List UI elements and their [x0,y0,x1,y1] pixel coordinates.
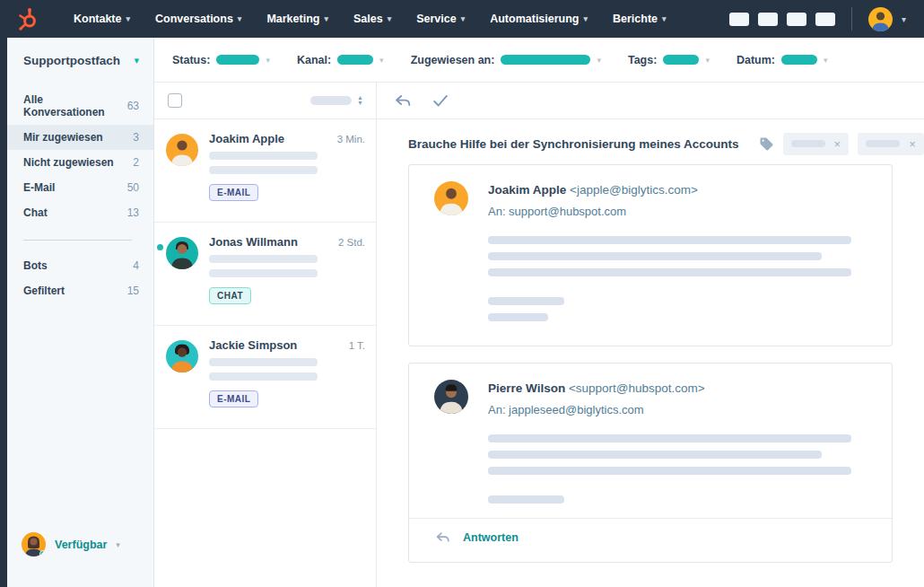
availability-control[interactable]: Verfügbar ▾ [22,532,120,556]
filter-datum[interactable]: Datum: ▾ [737,54,828,66]
close-icon[interactable]: × [909,138,916,150]
filter-value-pill [781,55,817,65]
filter-tags[interactable]: Tags: ▾ [628,54,710,66]
mark-done-check-icon[interactable] [431,91,450,110]
sidebar-item-alle-konversationen[interactable]: Alle Konversationen 63 [7,87,153,125]
contact-name: Joakim Apple [209,132,284,145]
nav-item-sales[interactable]: Sales▾ [344,7,400,31]
tag-placeholder-bar [866,140,900,147]
sidebar-item-count: 3 [133,131,139,144]
nav-divider [851,7,852,31]
nav-tool-icon[interactable] [787,13,806,26]
tag-chip[interactable]: × [858,133,924,155]
nav-item-label: Service [416,13,456,25]
message-card-pierre: Pierre Wilson <support@hubspot.com> An: … [408,363,893,563]
agent-avatar [22,532,46,556]
reply-icon [434,529,451,546]
nav-utilities: ▾ [729,7,906,31]
nav-menu: Kontakte▾ Conversations▾ Marketing▾ Sale… [65,7,676,31]
body-placeholder-bar [488,495,564,504]
sender-name: Pierre Wilson [488,381,565,395]
reply-bar[interactable]: Antworten [409,518,892,546]
conversation-item-jackie[interactable]: Jackie Simpson 1 T. E-MAIL [154,326,376,429]
nav-tool-icon[interactable] [729,13,749,26]
nav-item-kontakte[interactable]: Kontakte▾ [65,7,139,31]
close-icon[interactable]: × [834,138,841,150]
thread-subject: Brauche Hilfe bei der Synchronisierung m… [408,137,739,151]
chevron-down-icon: ▾ [388,15,392,23]
sidebar-item-label: Alle Konversationen [23,93,127,118]
hubspot-logo-icon[interactable] [14,5,41,32]
reply-icon[interactable] [393,91,413,110]
nav-tool-icon[interactable] [815,13,835,26]
reply-button[interactable]: Antworten [463,531,519,544]
tag-icon [759,136,774,152]
nav-item-conversations[interactable]: Conversations▾ [146,7,250,31]
sidebar-item-bots[interactable]: Bots 4 [7,253,153,278]
thread-header: Brauche Hilfe bei der Synchronisierung m… [408,130,893,157]
user-avatar[interactable] [868,7,893,31]
chevron-down-icon[interactable]: ▾ [116,540,120,549]
body-placeholder-bar [488,451,822,459]
nav-item-marketing[interactable]: Marketing▾ [257,7,337,31]
sidebar-item-chat[interactable]: Chat 13 [7,200,153,225]
tag-placeholder-bar [791,140,825,147]
channel-badge: E-MAIL [209,184,258,201]
chevron-down-icon: ▾ [324,15,328,23]
select-all-checkbox[interactable] [168,93,182,108]
inbox-sidebar: Supportpostfach ▾ Alle Konversationen 63… [7,38,154,587]
chevron-down-icon: ▾ [662,15,667,23]
sidebar-item-nicht-zugewiesen[interactable]: Nicht zugewiesen 2 [7,150,153,175]
filter-value-pill [663,55,699,65]
availability-label[interactable]: Verfügbar [55,539,107,551]
filter-value-pill [501,55,590,65]
filter-zugewiesen-an[interactable]: Zugewiesen an: ▾ [411,54,601,66]
filter-label: Datum: [737,54,775,66]
conversation-time: 2 Std. [338,237,365,248]
nav-item-berichte[interactable]: Berichte▾ [604,7,676,31]
thread-panel: Brauche Hilfe bei der Synchronisierung m… [377,119,924,587]
nav-item-automatisierung[interactable]: Automatisierung▾ [481,7,597,31]
sidebar-item-email[interactable]: E-Mail 50 [7,175,153,200]
sidebar-item-mir-zugewiesen[interactable]: Mir zugewiesen 3 [7,125,153,150]
sidebar-item-label: Mir zugewiesen [23,131,103,144]
thread-toolbar [377,83,924,118]
sender-email: <support@hubspot.com> [569,381,705,395]
body-placeholder-bar [488,236,851,244]
sidebar-item-gefiltert[interactable]: Gefiltert 15 [7,278,153,303]
conversation-item-joakim[interactable]: Joakim Apple 3 Min. E-MAIL [154,119,376,223]
contact-avatar [166,340,198,372]
chevron-down-icon[interactable]: ▾ [902,14,906,24]
channel-badge: E-MAIL [209,390,258,407]
nav-tool-icon[interactable] [758,13,778,26]
channel-badge: CHAT [209,287,251,304]
contact-avatar [166,237,198,269]
nav-item-label: Marketing [266,13,319,25]
body-placeholder-bar [488,313,548,321]
nav-item-label: Sales [353,13,383,25]
chevron-down-icon: ▾ [824,56,828,65]
conversation-list: Joakim Apple 3 Min. E-MAIL [154,119,377,587]
preview-placeholder-bar [209,152,318,160]
sort-control[interactable]: ▲▼ [310,95,363,106]
nav-item-service[interactable]: Service▾ [407,7,474,31]
filter-kanal[interactable]: Kanal: ▾ [297,54,384,66]
message-card-joakim: Joakim Apple <japple@biglytics.com> An: … [408,164,893,346]
nav-item-label: Berichte [613,13,658,25]
sort-arrows-icon: ▲▼ [357,95,363,106]
chevron-down-icon[interactable]: ▾ [134,55,139,66]
filter-status[interactable]: Status: ▾ [172,54,270,66]
conversation-item-jonas[interactable]: Jonas Willmann 2 Std. CHAT [154,223,376,326]
recipient-line: An: support@hubspot.com [488,205,698,218]
tag-chip[interactable]: × [783,133,850,155]
recipient-line: An: jappleseed@biglytics.com [488,403,705,416]
nav-item-label: Kontakte [74,13,121,25]
filter-label: Zugewiesen an: [411,54,495,66]
contact-name: Jonas Willmann [209,235,298,249]
conversation-time: 3 Min. [337,134,365,145]
sidebar-item-count: 15 [127,285,139,297]
preview-placeholder-bar [209,166,318,174]
inbox-selector[interactable]: Supportpostfach ▾ [7,54,153,67]
preview-placeholder-bar [209,372,318,381]
chevron-down-icon: ▾ [379,56,384,65]
